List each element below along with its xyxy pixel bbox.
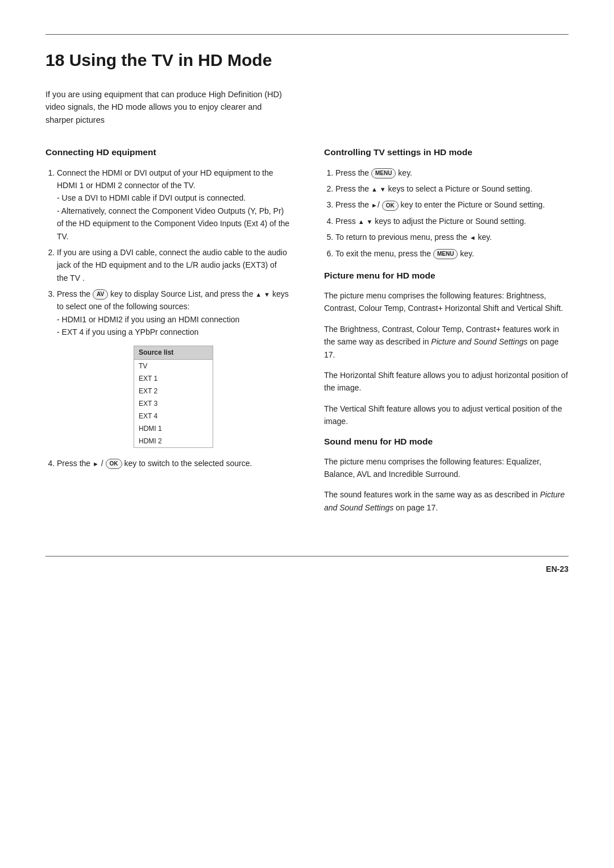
sound-menu-para2: The sound features work in the same way … bbox=[324, 488, 569, 514]
left-column: Connecting HD equipment Connect the HDMI… bbox=[45, 147, 290, 480]
page-number: EN-23 bbox=[45, 564, 569, 574]
step-3: Press the AV key to display Source List,… bbox=[57, 288, 290, 448]
up-arrow-icon-3 bbox=[358, 217, 364, 226]
source-list-header: Source list bbox=[134, 346, 213, 360]
ctrl-step-6: To exit the menu, press the MENU key. bbox=[335, 247, 569, 260]
picture-menu-para4: The Vertical Shift feature allows you to… bbox=[324, 402, 569, 428]
ok-key-right: OK bbox=[382, 201, 399, 211]
step-3-note1: - HDMI1 or HDMI2 if you using an HDMI co… bbox=[57, 315, 239, 324]
picture-menu-para2: The Brightness, Contrast, Colour Temp, C… bbox=[324, 323, 569, 361]
source-item-hdmi1: HDMI 1 bbox=[134, 422, 213, 435]
step-2: If you are using a DVI cable, connect th… bbox=[57, 246, 290, 284]
controlling-steps-list: Press the MENU key. Press the keys to se… bbox=[324, 167, 569, 260]
step-1-note2: - Alternatively, connect the Component V… bbox=[57, 206, 289, 241]
page-container: 18 Using the TV in HD Mode If you are us… bbox=[0, 0, 614, 868]
step-1-note1: - Use a DVI to HDMI cable if DVI output … bbox=[57, 193, 246, 202]
source-item-ext3: EXT 3 bbox=[134, 397, 213, 410]
down-arrow-icon-3 bbox=[366, 217, 372, 226]
right-column: Controlling TV settings in HD mode Press… bbox=[324, 147, 569, 522]
source-list-box: Source list TV EXT 1 EXT 2 EXT 3 EXT 4 H… bbox=[134, 346, 213, 448]
picture-menu-para3: The Horizontal Shift feature allows you … bbox=[324, 369, 569, 394]
section-heading-sound: Sound menu for HD mode bbox=[324, 436, 569, 447]
left-arrow-icon bbox=[470, 232, 476, 242]
ctrl-step-5: To return to previous menu, press the ke… bbox=[335, 231, 569, 243]
section-controlling: Controlling TV settings in HD mode Press… bbox=[324, 147, 569, 259]
section-sound-menu: Sound menu for HD mode The picture menu … bbox=[324, 436, 569, 514]
step-4: Press the / OK key to switch to the sele… bbox=[57, 457, 290, 470]
section-heading-controlling: Controlling TV settings in HD mode bbox=[324, 147, 569, 158]
sound-menu-para1: The picture menu comprises the following… bbox=[324, 455, 569, 481]
menu-key-2: MENU bbox=[433, 249, 458, 259]
down-arrow-icon bbox=[264, 289, 270, 298]
ctrl-step-3: Press the / OK key to enter the Picture … bbox=[335, 198, 569, 211]
ctrl-step-4: Press keys to adjust the Picture or Soun… bbox=[335, 215, 569, 227]
step-3-note2: - EXT 4 if you using a YPbPr connection bbox=[57, 327, 198, 337]
intro-text: If you are using equipment that can prod… bbox=[45, 88, 284, 126]
up-arrow-icon bbox=[255, 289, 262, 298]
menu-key-1: MENU bbox=[371, 168, 396, 178]
source-item-ext1: EXT 1 bbox=[134, 372, 213, 385]
ok-key-left: OK bbox=[106, 459, 122, 469]
picture-menu-para1: The picture menu comprises the following… bbox=[324, 289, 569, 315]
page-title: 18 Using the TV in HD Mode bbox=[45, 51, 569, 70]
source-item-tv: TV bbox=[134, 360, 213, 372]
source-item-ext4: EXT 4 bbox=[134, 410, 213, 422]
source-item-ext2: EXT 2 bbox=[134, 385, 213, 397]
two-column-layout: Connecting HD equipment Connect the HDMI… bbox=[45, 147, 569, 522]
ctrl-step-1: Press the MENU key. bbox=[335, 167, 569, 179]
section-heading-picture: Picture menu for HD mode bbox=[324, 270, 569, 281]
top-rule bbox=[45, 34, 569, 35]
down-arrow-icon-2 bbox=[380, 184, 386, 193]
av-key: AV bbox=[93, 289, 108, 300]
section-picture-menu: Picture menu for HD mode The picture men… bbox=[324, 270, 569, 428]
right-arrow-icon-left bbox=[93, 459, 99, 468]
bottom-rule bbox=[45, 556, 569, 556]
section-heading-connecting: Connecting HD equipment bbox=[45, 147, 290, 158]
up-arrow-icon-2 bbox=[371, 184, 377, 193]
section-connecting-hd: Connecting HD equipment Connect the HDMI… bbox=[45, 147, 290, 470]
source-item-hdmi2: HDMI 2 bbox=[134, 435, 213, 447]
picture-sound-settings-link: Picture and Sound Settings bbox=[431, 337, 528, 346]
right-arrow-icon-2 bbox=[371, 200, 377, 209]
ctrl-step-2: Press the keys to select a Picture or So… bbox=[335, 182, 569, 195]
step-1: Connect the HDMI or DVI output of your H… bbox=[57, 167, 290, 243]
picture-sound-settings-link2: Picture and Sound Settings bbox=[324, 490, 565, 512]
connecting-steps-list: Connect the HDMI or DVI output of your H… bbox=[45, 167, 290, 470]
